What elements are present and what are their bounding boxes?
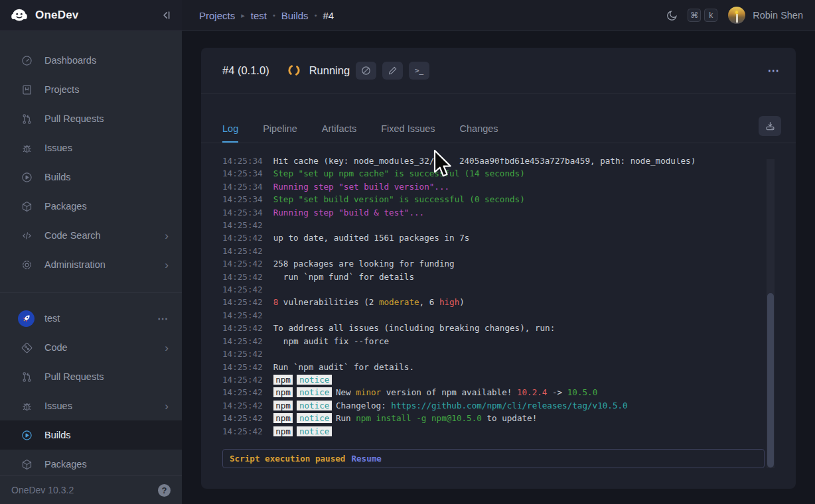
- build-card: #4 (0.1.0) Running >_ ⋯ LogPipelineArtif…: [201, 48, 796, 489]
- breadcrumb-item-builds[interactable]: Builds: [281, 10, 309, 21]
- npm-badge: npm: [273, 387, 293, 397]
- log-line: 14:25:42258 packages are looking for fun…: [222, 257, 796, 270]
- tab-fixed-issues[interactable]: Fixed Issues: [381, 123, 435, 143]
- log-line: 14:25:42 run `npm fund` for details: [222, 271, 796, 283]
- log-timestamp: 14:25:42: [222, 362, 263, 372]
- chevron-right-icon: ›: [165, 342, 169, 353]
- build-log[interactable]: 14:25:34Hit cache (key: node_modules_32/…: [222, 158, 796, 444]
- running-spinner-icon: [287, 63, 301, 78]
- chevron-right-icon: ›: [165, 230, 169, 241]
- cancel-icon: [360, 65, 372, 76]
- chevron-right-icon: ›: [165, 401, 169, 412]
- shortcut-key--[interactable]: ⌘: [688, 9, 701, 22]
- build-title: #4 (0.1.0): [222, 64, 269, 77]
- shortcut-key-k[interactable]: k: [704, 9, 717, 22]
- log-line: 14:25:42npmnoticeChangelog: https://gith…: [222, 399, 796, 412]
- log-text: high: [439, 297, 459, 307]
- play-circle-icon: [20, 428, 33, 442]
- tab-pipeline[interactable]: Pipeline: [263, 123, 297, 143]
- tab-changes[interactable]: Changes: [460, 123, 498, 143]
- log-timestamp: 14:25:42: [222, 426, 263, 436]
- log-text: Step "set up npm cache" is successful (1…: [273, 168, 525, 178]
- terminal-icon: >_: [415, 66, 423, 75]
- user-name[interactable]: Robin Shen: [753, 10, 803, 21]
- log-timestamp: 14:25:34: [222, 168, 263, 178]
- user-avatar[interactable]: [728, 7, 745, 24]
- sidebar-item-label: Administration: [44, 259, 106, 270]
- bug-icon: [20, 141, 33, 155]
- sidebar-divider: [0, 292, 182, 293]
- project-name: test: [44, 313, 60, 324]
- log-text: minor: [356, 387, 381, 397]
- log-text: ): [459, 297, 465, 307]
- web-terminal-button[interactable]: >_: [409, 62, 429, 80]
- edit-build-button[interactable]: [382, 62, 403, 80]
- bug-icon: [20, 399, 33, 412]
- log-line: 14:25:42: [222, 309, 796, 322]
- sidebar-item-code-search[interactable]: Code Search›: [0, 221, 182, 250]
- log-text: run `npm fund` for details: [273, 272, 414, 282]
- sidebar-item-code[interactable]: Code›: [0, 333, 182, 362]
- sidebar-project-nav: Code›Pull RequestsIssues›BuildsPackages: [0, 333, 182, 479]
- log-timestamp: 14:25:42: [222, 375, 263, 385]
- log-timestamp: 14:25:42: [222, 349, 263, 359]
- log-timestamp: 14:25:34: [222, 158, 263, 166]
- cancel-build-button[interactable]: [356, 62, 376, 80]
- log-scrollbar-thumb[interactable]: [767, 293, 774, 468]
- package-icon: [20, 200, 33, 213]
- log-text: Running step "set build version"...: [273, 182, 449, 192]
- project-more-icon[interactable]: ⋯: [157, 312, 169, 325]
- sidebar-item-pull-requests[interactable]: Pull Requests: [0, 362, 182, 391]
- tab-artifacts[interactable]: Artifacts: [322, 123, 356, 143]
- dark-mode-moon-icon[interactable]: [666, 9, 678, 22]
- pencil-icon: [388, 65, 398, 76]
- app-version: OneDev 10.3.2: [11, 485, 74, 495]
- onedev-logo-icon: [9, 5, 29, 25]
- log-line: 14:25:42: [222, 283, 796, 296]
- download-log-button[interactable]: [759, 116, 781, 136]
- log-timestamp: 14:25:42: [222, 336, 263, 346]
- log-line: 14:25:428 vulnerabilities (2 moderate, 6…: [222, 296, 796, 308]
- breadcrumb-item-test[interactable]: test: [251, 10, 267, 21]
- sidebar-item-builds[interactable]: Builds: [0, 162, 182, 192]
- log-line: 14:25:42To address all issues (including…: [222, 322, 796, 334]
- sidebar: OneDev DashboardsProjectsPull RequestsIs…: [0, 0, 182, 504]
- git-icon: [20, 341, 33, 354]
- log-text: ->: [547, 387, 567, 397]
- sidebar-item-administration[interactable]: Administration›: [0, 250, 182, 279]
- log-timestamp: 14:25:42: [222, 413, 263, 423]
- npm-badge: npm: [273, 401, 293, 410]
- sidebar-item-issues[interactable]: Issues: [0, 133, 182, 162]
- sidebar-item-label: Builds: [44, 430, 71, 440]
- topbar-right: ⌘k Robin Shen: [666, 7, 803, 24]
- shortcut-keys: ⌘k: [688, 9, 717, 22]
- sidebar-item-issues[interactable]: Issues›: [0, 391, 182, 420]
- sidebar-item-projects[interactable]: Projects: [0, 75, 182, 104]
- log-text: vulnerabilities (2: [278, 297, 379, 307]
- breadcrumb-item--4: #4: [323, 10, 334, 21]
- notice-badge: notice: [297, 426, 332, 436]
- log-text: moderate: [379, 297, 419, 307]
- breadcrumb-item-projects[interactable]: Projects: [199, 10, 235, 21]
- help-icon[interactable]: ?: [158, 484, 171, 497]
- book-icon: [20, 83, 33, 96]
- log-timestamp: 14:25:42: [222, 284, 263, 294]
- sidebar-project-row[interactable]: test ⋯: [0, 304, 182, 333]
- pull-request-icon: [20, 112, 33, 125]
- sidebar-item-dashboards[interactable]: Dashboards: [0, 46, 182, 75]
- tab-log[interactable]: Log: [222, 123, 238, 143]
- more-options-icon[interactable]: ⋯: [768, 64, 780, 78]
- sidebar-item-packages[interactable]: Packages: [0, 450, 182, 479]
- sidebar-item-packages[interactable]: Packages: [0, 192, 182, 221]
- sidebar-item-builds[interactable]: Builds: [0, 420, 182, 450]
- topbar: Projects▸test•Builds•#4 ⌘k Robin Shen: [182, 0, 815, 31]
- sidebar-item-label: Issues: [44, 401, 72, 411]
- log-timestamp: 14:25:42: [222, 401, 263, 410]
- build-status: Running: [309, 64, 350, 77]
- log-text: up to date, audited 1561 packages in 7s: [273, 233, 470, 243]
- sidebar-collapse-icon[interactable]: [159, 9, 173, 22]
- paused-bar: Script execution paused Resume: [222, 449, 765, 468]
- log-timestamp: 14:25:42: [222, 387, 263, 397]
- resume-link[interactable]: Resume: [351, 454, 382, 464]
- sidebar-item-pull-requests[interactable]: Pull Requests: [0, 104, 182, 133]
